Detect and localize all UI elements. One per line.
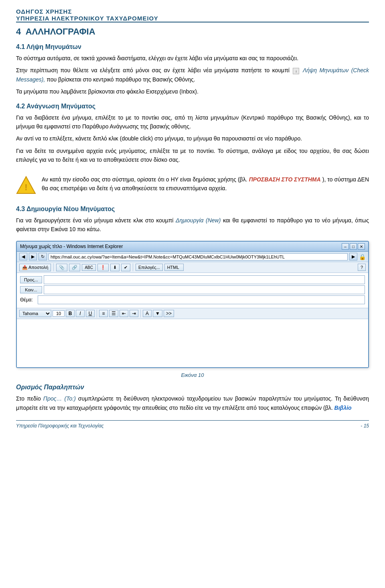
footer-right: - 15: [361, 423, 369, 429]
compose-form: Προς... Κοιν... Θέμα:: [17, 273, 368, 308]
footer: Υπηρεσία Πληροφορικής και Τεχνολογίας - …: [16, 420, 369, 429]
section-4-1: 4.1 Λήψη Μηνυμάτων Το σύστημα αυτόματα, …: [16, 43, 369, 96]
section-4-2-para3: Για να δείτε τα συνημμένα αρχεία ενός μη…: [16, 146, 369, 165]
subject-field[interactable]: [38, 295, 365, 304]
spellcheck-button[interactable]: ABC: [82, 264, 96, 271]
section-4-1-title: 4.1 Λήψη Μηνυμάτων: [16, 43, 369, 51]
warning-text: Αν κατά την είσοδο σας στο σύστημα, ορίσ…: [42, 175, 369, 193]
toolbar-sep1: [53, 263, 54, 271]
forward-button[interactable]: ▶: [29, 253, 37, 260]
cc-row: Κοιν...: [20, 285, 365, 294]
receipt-icon: ✔: [124, 265, 128, 270]
ordered-list-button[interactable]: ☰: [109, 310, 118, 317]
text-color-button[interactable]: A: [143, 310, 152, 317]
font-select[interactable]: Tahoma: [19, 310, 51, 317]
italic-button[interactable]: I: [76, 310, 85, 317]
unordered-list-button[interactable]: ≡: [99, 310, 108, 317]
send-icon: 📤: [22, 265, 28, 270]
section-4-1-para1: Το σύστημα αυτόματα, σε τακτά χρονικά δι…: [16, 54, 369, 63]
subject-label: Θέμα:: [20, 297, 36, 303]
minimize-button[interactable]: –: [342, 243, 349, 250]
pros-link: Προς… (To:): [43, 395, 76, 402]
request-receipt-button[interactable]: ✔: [121, 264, 130, 271]
section-4-2-title: 4.2 Ανάγνωση Μηνύματος: [16, 103, 369, 110]
subject-row: Θέμα:: [20, 295, 365, 304]
browser-window: Μήνυμα χωρίς τίτλο - Windows Internet Ex…: [16, 241, 369, 368]
help-button[interactable]: ?: [358, 264, 366, 271]
browser-titlebar-buttons: – □ ✕: [342, 243, 365, 250]
section-4-2-para1: Για να διαβάσετε ένα μήνυμα, επιλέξτε το…: [16, 113, 369, 131]
link-icon: 🔗: [72, 265, 77, 270]
figure-caption: Εικόνα 10: [16, 372, 369, 378]
lock-icon: 🔒: [359, 254, 366, 260]
options-button[interactable]: Επιλογές...: [136, 264, 163, 271]
font-size-field[interactable]: [53, 310, 65, 317]
orismoi-section: Ορισμός Παραληπτών Στο πεδίο Προς… (To:)…: [16, 384, 369, 412]
browser-addressbar: ◀ ▶ ↻ ▶ 🔒: [17, 252, 368, 262]
underline-button[interactable]: U: [86, 310, 95, 317]
cc-field[interactable]: [44, 285, 365, 294]
chapter-title: 4 ΑΛΛΗΛΟΓΡΑΦΙΑ: [16, 26, 369, 37]
priority-low-button[interactable]: ⬇: [110, 264, 120, 271]
section-4-3-para: Για να δημιουργήσετε ένα νέο μήνυμα κάνε…: [16, 216, 369, 234]
attach-icon: 📎: [59, 265, 65, 270]
go-button[interactable]: ▶: [349, 253, 357, 260]
format-dropdown[interactable]: HTML: [164, 264, 184, 271]
section-4-2: 4.2 Ανάγνωση Μηνύματος Για να διαβάσετε …: [16, 103, 369, 165]
fmt-sep1: [97, 309, 97, 317]
help-icon: ?: [361, 265, 363, 270]
back-button[interactable]: ◀: [19, 253, 27, 260]
close-button[interactable]: ✕: [358, 243, 365, 250]
url-field[interactable]: [49, 253, 348, 260]
priority-icon: ❗: [100, 265, 106, 270]
toolbar-sep2: [133, 263, 133, 271]
priority-low-icon: ⬇: [113, 265, 117, 270]
header-line1: ΟΔΗΓΟΣ ΧΡΗΣΗΣ: [16, 8, 369, 15]
restore-button[interactable]: □: [350, 243, 357, 250]
check-messages-icon: ↓: [293, 68, 299, 74]
orismoi-title: Ορισμός Παραληπτών: [16, 384, 369, 391]
browser-title: Μήνυμα χωρίς τίτλο - Windows Internet Ex…: [20, 244, 123, 249]
priority-button[interactable]: ❗: [97, 264, 109, 271]
bold-button[interactable]: B: [66, 310, 75, 317]
fmt-sep2: [140, 309, 141, 317]
compose-body[interactable]: [17, 319, 368, 367]
orismoi-text: Στο πεδίο Προς… (To:) συμπληρώστε τη διε…: [16, 394, 369, 412]
link-button[interactable]: 🔗: [69, 264, 80, 271]
spellcheck-icon: ABC: [85, 265, 93, 270]
decrease-indent-button[interactable]: ⇤: [120, 310, 128, 317]
refresh-button[interactable]: ↻: [38, 253, 47, 260]
vivlio-link: Βιβλίο: [334, 405, 352, 411]
warning-box: ! Αν κατά την είσοδο σας στο σύστημα, ορ…: [16, 171, 369, 199]
header-top: ΟΔΗΓΟΣ ΧΡΗΣΗΣ ΥΠΗΡΕΣΙΑ ΗΛΕΚΤΡΟΝΙΚΟΥ ΤΑΧΥ…: [16, 8, 369, 22]
browser-titlebar: Μήνυμα χωρίς τίτλο - Windows Internet Ex…: [17, 242, 368, 252]
attach-button[interactable]: 📎: [56, 264, 67, 271]
footer-left: Υπηρεσία Πληροφορικής και Τεχνολογίας: [16, 423, 104, 429]
warning-highlight: ΠΡΟΣΒΑΣΗ ΣΤΟ ΣΥΣΤΗΜΑ: [249, 176, 321, 183]
to-button[interactable]: Προς...: [20, 276, 42, 283]
cc-button[interactable]: Κοιν...: [20, 286, 42, 293]
compose-toolbar: 📤 Αποστολή 📎 🔗 ABC ❗ ⬇ ✔ Επιλογές... HTM…: [17, 262, 368, 273]
section-4-3-title: 4.3 Δημιουργία Νέου Μηνύματος: [16, 205, 369, 213]
new-button-link: Δημιουργία (New): [176, 217, 221, 224]
more-options-button[interactable]: >>: [164, 310, 174, 317]
increase-indent-button[interactable]: ⇥: [130, 310, 138, 317]
font-color-dropdown[interactable]: ▼: [153, 310, 162, 317]
section-4-1-para3: Τα μηνύματα που λαμβάνετε βρίσκονται στο…: [16, 87, 369, 96]
header-line2: ΥΠΗΡΕΣΙΑ ΗΛΕΚΤΡΟΝΙΚΟΥ ΤΑΧΥΔΡΟΜΕΙΟΥ: [16, 15, 369, 22]
formatting-toolbar: Tahoma B I U ≡ ☰ ⇤ ⇥ A ▼ >>: [17, 308, 368, 319]
send-button[interactable]: 📤 Αποστολή: [19, 264, 51, 271]
warning-icon: !: [16, 175, 36, 195]
section-4-2-para2: Αν αντί να το επιλέξετε, κάνετε διπλό κλ…: [16, 134, 369, 143]
section-4-1-para2: Στην περίπτωση που θέλετε να ελέγξετε απ…: [16, 66, 369, 84]
to-row: Προς...: [20, 275, 365, 284]
section-4-3: 4.3 Δημιουργία Νέου Μηνύματος Για να δημ…: [16, 205, 369, 234]
to-field[interactable]: [44, 275, 365, 284]
svg-text:!: !: [24, 182, 27, 192]
